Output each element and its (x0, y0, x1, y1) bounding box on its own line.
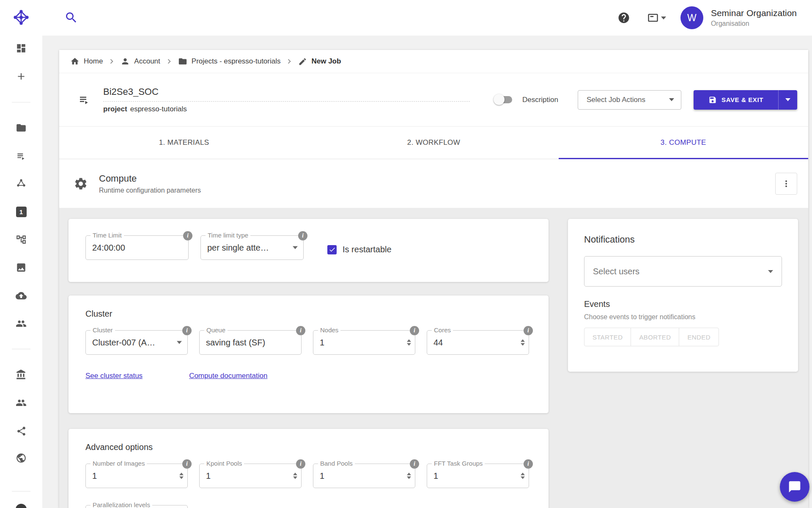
folder-icon (178, 57, 187, 66)
avatar[interactable]: W (680, 6, 703, 29)
info-icon[interactable] (296, 326, 305, 335)
chat-launcher[interactable] (780, 472, 809, 502)
sidebar-item-team[interactable] (16, 318, 27, 329)
stepper-arrows[interactable] (521, 340, 525, 346)
advanced-options-card: Advanced options Number of Images 1 Kpoi… (69, 429, 549, 508)
sidebar-item-web[interactable] (16, 453, 27, 464)
field-label: Nodes (318, 326, 340, 334)
description-label: Description (522, 96, 558, 104)
sidebar-item-one-badge[interactable] (16, 206, 27, 217)
sidebar-divider (12, 102, 30, 102)
field-value: saving fast (SF) (206, 338, 288, 348)
breadcrumb-item-projects[interactable]: Projects - espresso-tutorials (178, 57, 281, 66)
page-title[interactable]: Bi2Se3_SOC (103, 86, 470, 102)
console-icon (647, 12, 659, 24)
band-pools-stepper[interactable]: Band Pools 1 (313, 464, 415, 488)
stepper-arrows[interactable] (293, 473, 297, 479)
workspace-switcher[interactable] (647, 12, 666, 24)
info-icon[interactable] (410, 326, 419, 335)
folder-icon (16, 122, 27, 133)
notifications-title: Notifications (584, 234, 782, 245)
info-icon[interactable] (524, 459, 533, 469)
dashboard-icon (16, 43, 27, 54)
parallelization-levels-field[interactable]: Parallelization levels (85, 505, 188, 508)
toggle-knob (494, 94, 505, 105)
notifications-card: Notifications Select users Events Choose… (568, 219, 798, 372)
is-restartable-label: Is restartable (343, 245, 392, 254)
stepper-arrows[interactable] (407, 340, 411, 346)
sidebar-item-users[interactable] (16, 397, 27, 408)
is-restartable-checkbox[interactable] (327, 245, 337, 254)
save-exit-dropdown[interactable] (779, 90, 797, 110)
field-value: per single atte… (207, 243, 291, 253)
help-icon[interactable] (617, 11, 630, 24)
job-actions-button[interactable]: Select Job Actions (578, 90, 681, 110)
event-button-ended[interactable]: ENDED (679, 328, 719, 346)
nodes-stepper[interactable]: Nodes 1 (313, 330, 415, 355)
sidebar-item-materials[interactable] (16, 178, 27, 189)
kebab-menu-button[interactable] (775, 173, 797, 195)
field-label: Time limit type (206, 232, 250, 239)
info-icon[interactable] (182, 459, 192, 469)
atoms-icon (16, 178, 27, 189)
compute-header: Compute Runtime configuration parameters (59, 159, 808, 208)
chat-icon (788, 480, 801, 494)
kpoint-pools-stepper[interactable]: Kpoint Pools 1 (199, 464, 302, 488)
job-designer-icon[interactable] (78, 94, 91, 106)
info-icon[interactable] (183, 231, 192, 240)
save-exit-button[interactable]: SAVE & EXIT (694, 90, 797, 110)
select-users-dropdown[interactable]: Select users (584, 256, 782, 287)
info-icon[interactable] (298, 231, 307, 240)
event-button-started[interactable]: STARTED (584, 328, 631, 346)
sidebar-item-dashboard[interactable] (16, 43, 27, 54)
info-icon[interactable] (296, 459, 305, 469)
tab-workflow[interactable]: 2. WORKFLOW (309, 127, 558, 159)
stepper-arrows[interactable] (521, 473, 525, 479)
time-limit-type-select[interactable]: Time limit type per single atte… (200, 235, 304, 260)
tab-compute[interactable]: 3. COMPUTE (559, 127, 808, 159)
search-icon[interactable] (64, 11, 78, 25)
sidebar-divider (12, 349, 30, 349)
project-line: projectespresso-tutorials (103, 105, 470, 113)
breadcrumb-item-new-job[interactable]: New Job (298, 57, 341, 66)
mat3ra-logo[interactable] (13, 9, 29, 25)
compute-docs-link[interactable]: Compute documentation (189, 372, 267, 380)
sidebar-item-images[interactable] (16, 262, 27, 273)
sidebar-item-organization[interactable] (16, 369, 27, 380)
number-of-images-stepper[interactable]: Number of Images 1 (85, 464, 188, 488)
stepper-arrows[interactable] (179, 473, 184, 479)
sidebar-item-bottom[interactable] (16, 504, 27, 508)
breadcrumb-item-account[interactable]: Account (121, 57, 160, 66)
event-button-aborted[interactable]: ABORTED (631, 328, 679, 346)
sidebar-item-uploads[interactable] (16, 290, 27, 301)
time-limit-field[interactable]: Time Limit 24:00:00 (85, 235, 189, 260)
cores-stepper[interactable]: Cores 44 (427, 330, 529, 355)
info-icon[interactable] (182, 326, 192, 335)
tab-materials[interactable]: 1. MATERIALS (59, 127, 309, 159)
sidebar-item-sharing[interactable] (16, 425, 27, 436)
description-toggle[interactable] (494, 96, 512, 103)
fft-task-groups-stepper[interactable]: FFT Task Groups 1 (427, 464, 529, 488)
compute-subtitle: Runtime configuration parameters (99, 187, 201, 194)
field-label: Kpoint Pools (204, 460, 244, 467)
info-icon[interactable] (410, 459, 419, 469)
sidebar-item-create-new[interactable] (16, 71, 27, 82)
field-value: 1 (433, 471, 516, 481)
queue-field[interactable]: Queue saving fast (SF) (199, 330, 302, 355)
time-limit-card: Time Limit 24:00:00 Time limit type per … (69, 219, 549, 282)
cluster-status-link[interactable]: See cluster status (85, 372, 143, 380)
main-panel: Home Account Projects - espresso-tutoria… (59, 50, 808, 508)
sidebar-item-workflows[interactable] (16, 234, 27, 245)
info-icon[interactable] (524, 326, 533, 335)
sidebar-item-jobs[interactable] (16, 151, 27, 162)
org-switcher[interactable]: Seminar Organization Organisation (711, 8, 797, 28)
sidebar-item-projects[interactable] (16, 122, 27, 133)
cluster-select[interactable]: Cluster Cluster-007 (A… (85, 330, 188, 355)
stepper-arrows[interactable] (407, 473, 411, 479)
field-value: 44 (433, 338, 516, 348)
home-icon (70, 57, 80, 66)
chevron-down-icon (768, 270, 773, 273)
tree-icon (16, 234, 27, 245)
breadcrumb-item-home[interactable]: Home (70, 57, 103, 66)
sidebar-divider (12, 491, 30, 491)
